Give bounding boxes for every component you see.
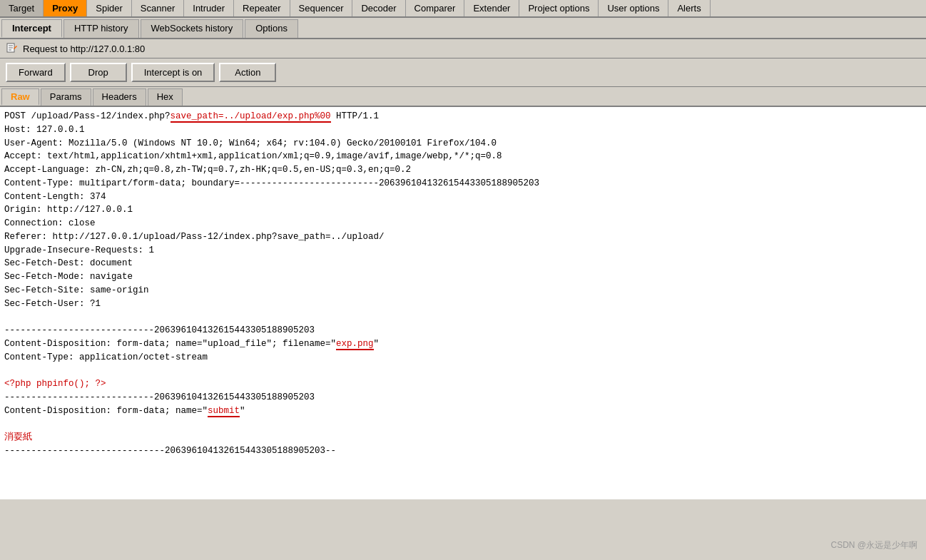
request-info-text: Request to http://127.0.0.1:80 xyxy=(23,44,145,54)
request-line1-post: HTTP/1.1 xyxy=(331,111,380,121)
disposition1-post: " xyxy=(374,339,380,349)
drop-button[interactable]: Drop xyxy=(70,63,127,82)
tab-raw[interactable]: Raw xyxy=(1,88,39,106)
boundary2: ----------------------------206396104132… xyxy=(4,392,315,402)
tab-hex[interactable]: Hex xyxy=(148,88,183,106)
request-referer: Referer: http://127.0.0.1/upload/Pass-12… xyxy=(4,232,385,242)
tab-http-history[interactable]: HTTP history xyxy=(63,19,139,38)
content-type1: Content-Type: application/octet-stream xyxy=(4,352,208,362)
chinese-text: 消耍紙 xyxy=(4,432,32,442)
menu-user-options[interactable]: User options xyxy=(599,0,668,16)
tab-params[interactable]: Params xyxy=(41,88,91,106)
tab-websockets-history[interactable]: WebSockets history xyxy=(141,19,244,38)
request-host: Host: 127.0.0.1 xyxy=(4,125,85,135)
boundary1: ----------------------------206396104132… xyxy=(4,325,315,335)
request-info-bar: Request to http://127.0.0.1:80 xyxy=(0,39,926,58)
request-user-agent: User-Agent: Mozilla/5.0 (Windows NT 10.0… xyxy=(4,138,497,148)
request-line1-highlight: save_path=../upload/exp.php%00 xyxy=(171,111,331,123)
request-sec-fetch-site: Sec-Fetch-Site: same-origin xyxy=(4,285,149,295)
request-connection: Connection: close xyxy=(4,218,96,228)
menu-proxy[interactable]: Proxy xyxy=(44,0,87,16)
request-accept: Accept: text/html,application/xhtml+xml,… xyxy=(4,151,502,161)
menu-alerts[interactable]: Alerts xyxy=(668,0,710,16)
disposition1-pre: Content-Disposition: form-data; name="up… xyxy=(4,339,336,349)
disposition1-highlight: exp.png xyxy=(336,339,374,350)
request-content-length: Content-Length: 374 xyxy=(4,192,106,202)
request-upgrade: Upgrade-Insecure-Requests: 1 xyxy=(4,245,154,255)
forward-button[interactable]: Forward xyxy=(6,63,66,82)
proxy-tab-bar: Intercept HTTP history WebSockets histor… xyxy=(0,18,926,39)
request-sec-fetch-user: Sec-Fetch-User: ?1 xyxy=(4,299,101,309)
menu-bar: Target Proxy Spider Scanner Intruder Rep… xyxy=(0,0,926,18)
tab-intercept[interactable]: Intercept xyxy=(1,19,62,38)
menu-comparer[interactable]: Comparer xyxy=(406,0,465,16)
menu-project-options[interactable]: Project options xyxy=(519,0,599,16)
request-content-type: Content-Type: multipart/form-data; bound… xyxy=(4,178,539,188)
menu-intruder[interactable]: Intruder xyxy=(184,0,234,16)
request-content-area[interactable]: POST /upload/Pass-12/index.php?save_path… xyxy=(0,107,926,499)
intercept-button[interactable]: Intercept is on xyxy=(131,63,215,82)
disposition2-highlight: submit xyxy=(208,406,240,417)
disposition2-pre: Content-Disposition: form-data; name=" xyxy=(4,406,208,416)
menu-target[interactable]: Target xyxy=(0,0,44,16)
action-bar: Forward Drop Intercept is on Action xyxy=(0,58,926,87)
request-origin: Origin: http://127.0.0.1 xyxy=(4,205,133,215)
menu-decoder[interactable]: Decoder xyxy=(352,0,405,16)
menu-sequencer[interactable]: Sequencer xyxy=(290,0,353,16)
boundary3: ------------------------------2063961041… xyxy=(4,446,336,456)
tab-options[interactable]: Options xyxy=(245,19,298,38)
menu-scanner[interactable]: Scanner xyxy=(132,0,184,16)
disposition2-post: " xyxy=(240,406,245,416)
menu-extender[interactable]: Extender xyxy=(464,0,519,16)
action-button[interactable]: Action xyxy=(219,63,276,82)
php-code: <?php phpinfo(); ?> xyxy=(4,379,106,389)
request-sec-fetch-dest: Sec-Fetch-Dest: document xyxy=(4,258,133,268)
menu-spider[interactable]: Spider xyxy=(87,0,132,16)
request-line1-pre: POST /upload/Pass-12/index.php? xyxy=(4,111,171,121)
tab-headers[interactable]: Headers xyxy=(93,88,146,106)
request-accept-language: Accept-Language: zh-CN,zh;q=0.8,zh-TW;q=… xyxy=(4,165,411,175)
request-sec-fetch-mode: Sec-Fetch-Mode: navigate xyxy=(4,272,133,282)
content-tab-bar: Raw Params Headers Hex xyxy=(0,87,926,107)
edit-icon xyxy=(6,42,19,55)
menu-repeater[interactable]: Repeater xyxy=(234,0,290,16)
